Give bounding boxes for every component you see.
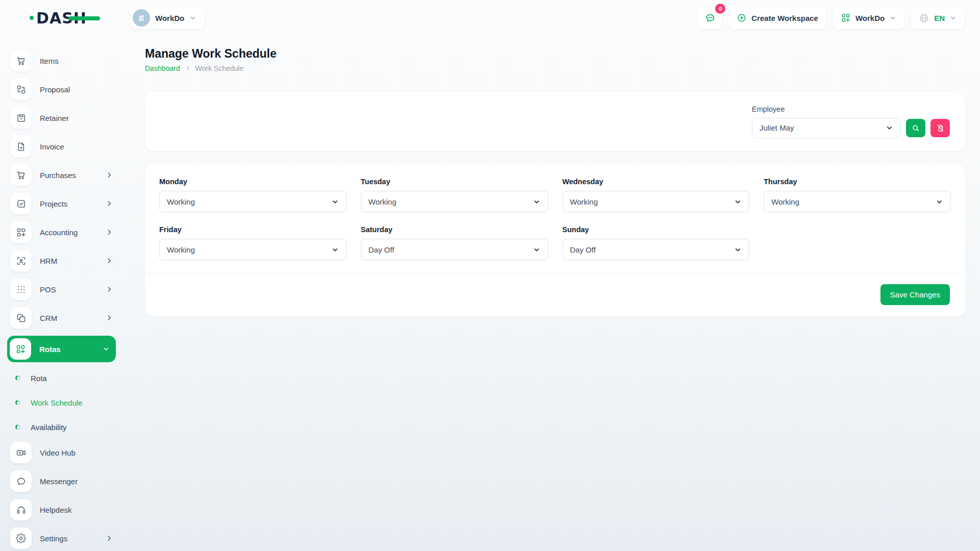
language-code: EN	[934, 14, 945, 22]
dots-grid-icon	[10, 279, 32, 300]
sidebar-item-settings[interactable]: Settings	[8, 528, 115, 549]
chevron-right-icon	[106, 535, 113, 542]
sidebar-item-purchases[interactable]: Purchases	[8, 164, 115, 186]
workdo-menu-button[interactable]: WorkDo	[832, 7, 904, 29]
tuesday-schedule-select[interactable]: Working	[361, 191, 548, 212]
thursday-schedule-select[interactable]: Working	[764, 191, 951, 212]
search-icon	[911, 123, 920, 133]
workspace-switcher[interactable]: WorkDo	[130, 7, 205, 29]
breadcrumb-dashboard-link[interactable]: Dashboard	[145, 64, 180, 72]
day-block-tuesday: Tuesday Working	[361, 178, 548, 212]
day-label: Friday	[159, 226, 347, 234]
grid-plus-icon	[10, 338, 31, 360]
check-square-icon	[10, 193, 32, 214]
sidebar-item-video-hub[interactable]: Video Hub	[8, 442, 115, 463]
sidebar-subitem-work-schedule[interactable]: Work Schedule	[8, 393, 115, 412]
chevron-down-icon	[331, 246, 339, 254]
chevron-right-icon	[106, 314, 113, 321]
chat-bubble-icon	[10, 470, 32, 492]
circle-bullet-icon	[15, 400, 20, 405]
chevron-down-icon	[189, 14, 197, 21]
chevron-down-icon	[936, 198, 943, 206]
day-label: Monday	[159, 178, 347, 186]
work-schedule-card: Monday Working Tuesday Working Wednesday…	[145, 164, 965, 316]
employee-select[interactable]: Juliet May	[752, 118, 901, 138]
messages-count-badge: 0	[715, 4, 725, 14]
chevron-down-icon	[331, 198, 339, 206]
circle-bullet-icon	[15, 375, 20, 381]
language-selector[interactable]: EN	[911, 7, 965, 29]
day-label: Sunday	[562, 226, 750, 234]
dash-logo: DASH	[36, 9, 87, 27]
sidebar-item-helpdesk[interactable]: Helpdesk	[8, 499, 115, 520]
reset-filter-button[interactable]	[930, 119, 950, 137]
wednesday-schedule-select[interactable]: Working	[562, 191, 750, 212]
topbar: DASH WorkDo 0 Create Workspace	[0, 0, 980, 36]
sidebar-item-items[interactable]: Items	[8, 50, 115, 71]
sunday-schedule-select[interactable]: Day Off	[562, 239, 750, 260]
sidebar-subitem-availability[interactable]: Availability	[8, 417, 115, 437]
chevron-down-icon	[886, 124, 893, 132]
monday-schedule-select[interactable]: Working	[159, 191, 347, 212]
sidebar-item-retainer[interactable]: Retainer	[8, 107, 115, 129]
floppy-icon	[10, 107, 32, 129]
cart-icon	[10, 50, 32, 71]
save-changes-button[interactable]: Save Changes	[880, 284, 950, 305]
circle-bullet-icon	[15, 424, 20, 430]
day-label: Saturday	[361, 226, 548, 234]
day-block-wednesday: Wednesday Working	[562, 178, 750, 212]
messages-button[interactable]: 0	[698, 7, 722, 29]
chevron-right-icon	[106, 200, 113, 207]
breadcrumb: Dashboard Work Schedule	[145, 64, 965, 72]
building-icon	[136, 13, 146, 23]
sidebar-item-crm[interactable]: CRM	[8, 307, 115, 329]
card-footer: Save Changes	[145, 273, 965, 316]
chevron-right-icon	[106, 171, 113, 179]
day-label: Thursday	[764, 178, 951, 186]
day-block-thursday: Thursday Working	[764, 178, 951, 212]
friday-schedule-select[interactable]: Working	[159, 239, 347, 260]
sidebar: Items Proposal Retainer Invoice Purchase…	[0, 36, 123, 551]
chevron-right-icon	[106, 257, 113, 264]
chevron-down-icon	[949, 14, 957, 21]
day-block-sunday: Sunday Day Off	[562, 226, 750, 260]
sidebar-item-pos[interactable]: POS	[8, 279, 115, 300]
chevron-down-icon	[889, 14, 896, 21]
day-block-saturday: Saturday Day Off	[361, 226, 548, 260]
workspace-avatar	[133, 9, 150, 27]
day-label: Tuesday	[361, 178, 548, 186]
sidebar-subitem-rota[interactable]: Rota	[8, 368, 115, 388]
day-label: Wednesday	[562, 178, 750, 186]
file-invoice-icon	[10, 136, 32, 157]
sidebar-item-accounting[interactable]: Accounting	[8, 221, 115, 243]
sidebar-item-hrm[interactable]: HRM	[8, 250, 115, 271]
chevron-down-icon	[103, 345, 110, 353]
headphones-icon	[10, 499, 32, 520]
sidebar-item-messenger[interactable]: Messenger	[8, 470, 115, 492]
logo-green-bar	[68, 16, 100, 20]
employee-filter-card: Employee Juliet May	[145, 92, 965, 151]
user-scan-icon	[10, 250, 32, 271]
video-camera-icon	[10, 442, 32, 463]
workspace-name: WorkDo	[155, 14, 184, 22]
search-button[interactable]	[906, 119, 925, 137]
day-block-friday: Friday Working	[159, 226, 347, 260]
create-workspace-button[interactable]: Create Workspace	[728, 7, 826, 29]
chevron-down-icon	[734, 198, 742, 206]
breadcrumb-current: Work Schedule	[195, 64, 244, 72]
sidebar-item-rotas[interactable]: Rotas	[7, 336, 116, 362]
grid-plus-icon	[10, 221, 32, 243]
chevron-right-icon	[106, 229, 113, 236]
chevron-down-icon	[533, 246, 541, 254]
saturday-schedule-select[interactable]: Day Off	[361, 239, 548, 260]
sidebar-item-proposal[interactable]: Proposal	[8, 79, 115, 100]
plus-circle-icon	[737, 13, 747, 23]
chevron-down-icon	[533, 198, 541, 206]
gear-icon	[10, 528, 32, 549]
day-block-monday: Monday Working	[159, 178, 347, 212]
logo-dot	[30, 16, 34, 20]
cart-icon	[10, 164, 32, 186]
main-content: Manage Work Schedule Dashboard Work Sche…	[123, 47, 980, 316]
sidebar-item-projects[interactable]: Projects	[8, 193, 115, 214]
sidebar-item-invoice[interactable]: Invoice	[8, 136, 115, 157]
